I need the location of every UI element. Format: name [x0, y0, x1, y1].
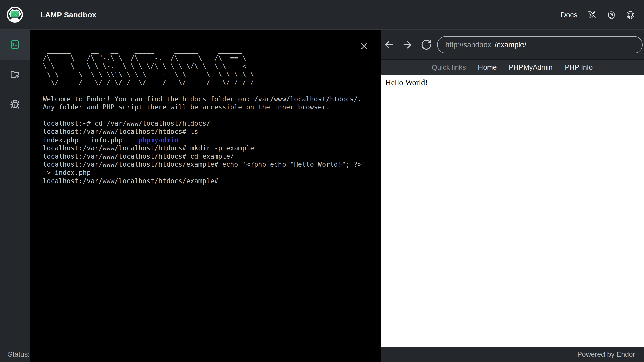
quick-link-phpmyadmin[interactable]: PHPMyAdmin	[509, 63, 553, 71]
quick-link-home[interactable]: Home	[478, 63, 497, 71]
arrow-right-icon	[401, 39, 413, 51]
app-logo	[7, 6, 23, 23]
quick-links-bar: Quick links Home PHPMyAdmin PHP Info	[381, 60, 644, 75]
browser-viewport: Hello World!	[381, 75, 644, 347]
refresh-icon	[421, 39, 432, 51]
sidebar-item-upload-files[interactable]	[0, 60, 30, 89]
terminal-close-button[interactable]	[358, 41, 370, 52]
header: LAMP Sandbox Docs	[0, 0, 644, 30]
docs-link[interactable]: Docs	[561, 11, 577, 19]
back-button[interactable]	[383, 39, 395, 51]
folder-upload-icon	[10, 69, 20, 79]
close-icon	[359, 41, 369, 51]
bug-icon	[10, 99, 20, 109]
url-bar[interactable]: http://sandbox /example/	[437, 36, 643, 53]
terminal-icon	[10, 39, 20, 50]
page-title: LAMP Sandbox	[40, 0, 96, 30]
mastodon-icon[interactable]	[607, 11, 616, 19]
header-actions: Docs	[561, 0, 635, 30]
terminal-window: ______ __ __ _____ ______ ______ /\ ___\…	[30, 30, 381, 362]
browser-toolbar: http://sandbox /example/	[381, 30, 644, 60]
forward-button[interactable]	[401, 39, 414, 51]
arrow-left-icon	[383, 39, 395, 51]
helmet-logo-icon	[7, 6, 23, 23]
sidebar-item-terminal[interactable]	[0, 30, 30, 60]
quick-links-label: Quick links	[432, 63, 466, 71]
sidebar-item-debug[interactable]	[0, 89, 30, 119]
url-value[interactable]: /example/	[495, 41, 526, 49]
github-icon[interactable]	[626, 11, 635, 19]
inner-browser: http://sandbox /example/ Quick links Hom…	[381, 30, 644, 347]
url-prefix: http://sandbox	[445, 41, 491, 49]
terminal-output[interactable]: ______ __ __ _____ ______ ______ /\ ___\…	[30, 30, 381, 185]
sidebar	[0, 30, 30, 347]
x-logo-icon[interactable]	[588, 11, 596, 19]
page-body-text: Hello World!	[381, 75, 644, 87]
status-text: Status:	[8, 350, 30, 358]
powered-by-text: Powered by Endor	[577, 350, 635, 358]
quick-link-phpinfo[interactable]: PHP Info	[565, 63, 593, 71]
refresh-button[interactable]	[421, 39, 433, 51]
